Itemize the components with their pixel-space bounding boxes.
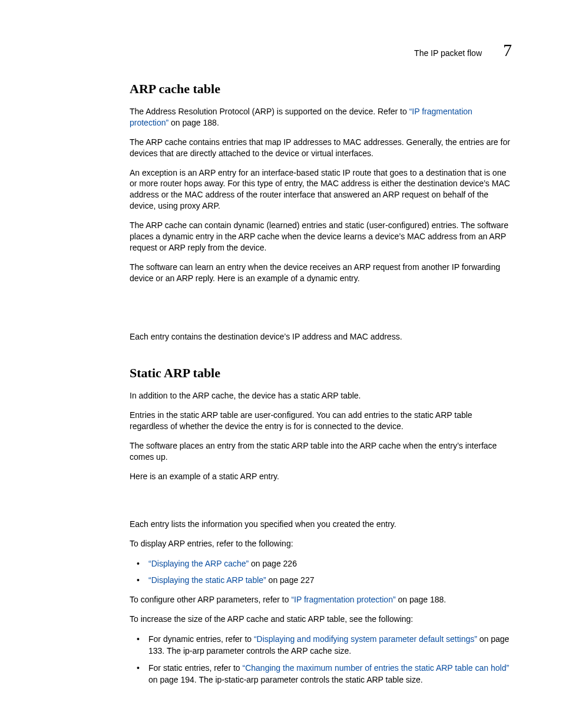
bullet-list: For dynamic entries, refer to “Displayin… [130,633,512,686]
text-run: on page 226 [249,559,297,568]
paragraph: Here is an example of a static ARP entry… [130,471,512,482]
list-item: For static entries, refer to “Changing t… [130,662,512,686]
text-run: For static entries, refer to [148,663,243,673]
paragraph: The software can learn an entry when the… [130,262,512,284]
example-placeholder [130,292,512,331]
xref-changing-max-static-arp[interactable]: “Changing the maximum number of entries … [243,663,510,673]
paragraph: The ARP cache can contain dynamic (learn… [130,220,512,253]
text-run: on page 188. [168,118,219,127]
xref-displaying-arp-cache[interactable]: “Displaying the ARP cache” [148,559,249,568]
paragraph: Entries in the static ARP table are user… [130,410,512,432]
text-run: on page 194. The ip-static-arp parameter… [148,675,423,684]
list-item: For dynamic entries, refer to “Displayin… [130,633,512,657]
paragraph: Each entry contains the destination devi… [130,331,512,342]
list-item: “Displaying the static ARP table” on pag… [130,574,512,586]
list-item: “Displaying the ARP cache” on page 226 [130,558,512,569]
example-placeholder [130,490,512,519]
chapter-number: 7 [503,40,512,60]
document-page: The IP packet flow 7 ARP cache table The… [0,0,562,728]
heading-arp-cache-table: ARP cache table [130,81,512,97]
text-run: To configure other ARP parameters, refer… [130,595,291,604]
paragraph: The ARP cache contains entries that map … [130,137,512,159]
xref-system-parameter-defaults[interactable]: “Displaying and modifying system paramet… [254,634,477,644]
paragraph: To display ARP entries, refer to the fol… [130,538,512,549]
text-run: on page 227 [266,575,315,585]
paragraph: An exception is an ARP entry for an inte… [130,167,512,212]
text-run: The Address Resolution Protocol (ARP) is… [130,107,409,116]
xref-ip-fragmentation-protection[interactable]: “IP fragmentation protection” [291,595,395,604]
paragraph: The Address Resolution Protocol (ARP) is… [130,106,512,129]
section-spacer [130,350,512,365]
paragraph: The software places an entry from the st… [130,440,512,463]
paragraph: In addition to the ARP cache, the device… [130,390,512,401]
heading-static-arp-table: Static ARP table [130,365,512,381]
text-run: For dynamic entries, refer to [148,634,254,644]
page-content: ARP cache table The Address Resolution P… [130,81,512,686]
bullet-list: “Displaying the ARP cache” on page 226 “… [130,558,512,587]
paragraph: To configure other ARP parameters, refer… [130,594,512,605]
running-header: The IP packet flow 7 [414,40,512,60]
text-run: on page 188. [396,595,447,604]
running-title: The IP packet flow [414,48,482,58]
paragraph: To increase the size of the ARP cache an… [130,614,512,625]
paragraph: Each entry lists the information you spe… [130,519,512,530]
xref-displaying-static-arp-table[interactable]: “Displaying the static ARP table” [148,575,266,585]
